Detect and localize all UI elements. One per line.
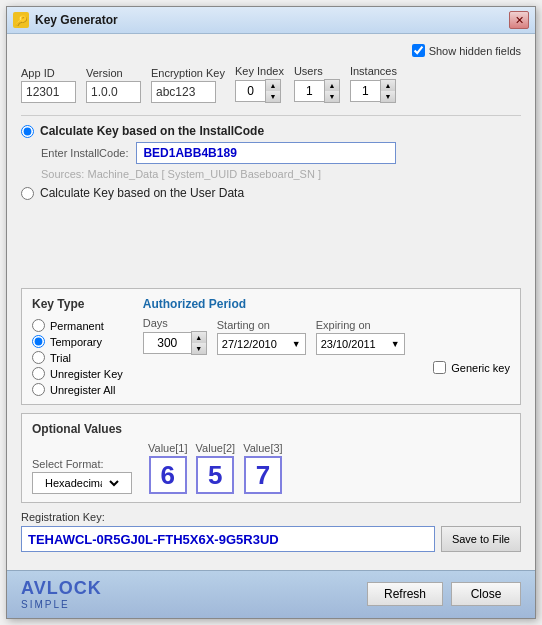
value1-box: 6 [149,456,187,494]
key-type-unregister-key: Unregister Key [32,367,123,380]
main-content: Show hidden fields App ID Version Encryp… [7,34,535,570]
days-group: Days ▲ ▼ [143,317,207,355]
expiring-dropdown-icon[interactable]: ▼ [391,339,400,349]
key-index-down-btn[interactable]: ▼ [266,91,280,102]
users-input[interactable] [294,80,324,102]
key-type-column: Key Type Permanent Temporary Trial [32,297,123,396]
trial-radio[interactable] [32,351,45,364]
footer-logo: AVLOCK SIMPLE [21,579,102,610]
optional-body: Select Format: Hexadecimal Decimal Octal… [32,442,510,494]
unregister-key-radio[interactable] [32,367,45,380]
value3-box: 7 [244,456,282,494]
key-type-section: Key Type Permanent Temporary Trial [21,288,521,405]
unregister-all-radio[interactable] [32,383,45,396]
version-group: Version [86,67,141,103]
app-id-input[interactable] [21,81,76,103]
refresh-button[interactable]: Refresh [367,582,443,606]
install-code-section-label: Calculate Key based on the InstallCode [40,124,264,138]
show-hidden-checkbox[interactable] [412,44,425,57]
days-spinner-btns: ▲ ▼ [191,331,207,355]
users-down-btn[interactable]: ▼ [325,91,339,102]
footer: AVLOCK SIMPLE Refresh Close [7,570,535,618]
days-input[interactable] [143,332,191,354]
days-up-btn[interactable]: ▲ [192,332,206,343]
install-code-input[interactable] [136,142,396,164]
permanent-label: Permanent [50,320,104,332]
install-code-radio-option: Calculate Key based on the InstallCode [21,124,521,138]
fields-row: App ID Version Encryption Key Key Index … [21,65,521,103]
value2-display: 5 [208,460,222,491]
close-button[interactable]: Close [451,582,521,606]
install-code-radio[interactable] [21,125,34,138]
key-index-label: Key Index [235,65,284,77]
key-type-trial: Trial [32,351,123,364]
value2-box: 5 [196,456,234,494]
key-type-permanent: Permanent [32,319,123,332]
key-type-body: Key Type Permanent Temporary Trial [32,297,510,396]
spacer [21,208,521,288]
enc-key-input[interactable] [151,81,216,103]
optional-values-section: Optional Values Select Format: Hexadecim… [21,413,521,503]
registration-key-section: Registration Key: Save to File [21,511,521,552]
logo-bottom: SIMPLE [21,599,102,610]
expiring-input[interactable] [321,338,391,350]
key-index-input[interactable] [235,80,265,102]
format-group: Select Format: Hexadecimal Decimal Octal [32,458,132,494]
expiring-label: Expiring on [316,319,405,331]
sources-label: Sources: Machine_Data [ System_UUID Base… [41,168,321,180]
format-select[interactable]: Hexadecimal Decimal Octal [37,472,122,494]
key-type-title: Key Type [32,297,123,311]
trial-label: Trial [50,352,71,364]
window-icon: 🔑 [13,12,29,28]
instances-down-btn[interactable]: ▼ [381,91,395,102]
save-to-file-button[interactable]: Save to File [441,526,521,552]
user-data-radio[interactable] [21,187,34,200]
value3-group: Value[3] 7 [243,442,283,494]
generic-key-checkbox[interactable] [433,361,446,374]
window-close-button[interactable]: ✕ [509,11,529,29]
value3-display: 7 [256,460,270,491]
install-code-row: Enter InstallCode: [41,142,521,164]
value2-label: Value[2] [196,442,236,454]
show-hidden-option: Show hidden fields [412,44,521,57]
temporary-radio[interactable] [32,335,45,348]
expiring-group: Expiring on ▼ [316,319,405,355]
authorized-period-column: Authorized Period Days ▲ ▼ [143,297,510,396]
instances-spinner-btns: ▲ ▼ [380,79,396,103]
days-down-btn[interactable]: ▼ [192,343,206,354]
auth-period-fields: Days ▲ ▼ Starting on [143,317,510,355]
users-label: Users [294,65,340,77]
key-generator-window: 🔑 Key Generator ✕ Show hidden fields App… [6,6,536,619]
version-input[interactable] [86,81,141,103]
users-spinner-btns: ▲ ▼ [324,79,340,103]
top-controls: Show hidden fields [21,44,521,57]
permanent-radio[interactable] [32,319,45,332]
value2-group: Value[2] 5 [196,442,236,494]
divider1 [21,115,521,116]
key-index-spinner-btns: ▲ ▼ [265,79,281,103]
instances-input[interactable] [350,80,380,102]
format-label: Select Format: [32,458,132,470]
key-type-temporary: Temporary [32,335,123,348]
app-id-group: App ID [21,67,76,103]
starting-dropdown-icon[interactable]: ▼ [292,339,301,349]
starting-group: Starting on ▼ [217,319,306,355]
instances-up-btn[interactable]: ▲ [381,80,395,91]
key-type-unregister-all: Unregister All [32,383,123,396]
unregister-key-label: Unregister Key [50,368,123,380]
value1-display: 6 [161,460,175,491]
reg-key-row: Save to File [21,526,521,552]
enc-key-group: Encryption Key [151,67,225,103]
instances-spinner: ▲ ▼ [350,79,397,103]
key-index-up-btn[interactable]: ▲ [266,80,280,91]
users-up-btn[interactable]: ▲ [325,80,339,91]
value3-label: Value[3] [243,442,283,454]
window-title: Key Generator [35,13,118,27]
title-bar: 🔑 Key Generator ✕ [7,7,535,34]
sources-row: Sources: Machine_Data [ System_UUID Base… [41,168,521,180]
enter-install-code-label: Enter InstallCode: [41,147,128,159]
reg-key-input[interactable] [21,526,435,552]
user-data-radio-option: Calculate Key based on the User Data [21,186,521,200]
starting-input[interactable] [222,338,292,350]
reg-key-label: Registration Key: [21,511,521,523]
